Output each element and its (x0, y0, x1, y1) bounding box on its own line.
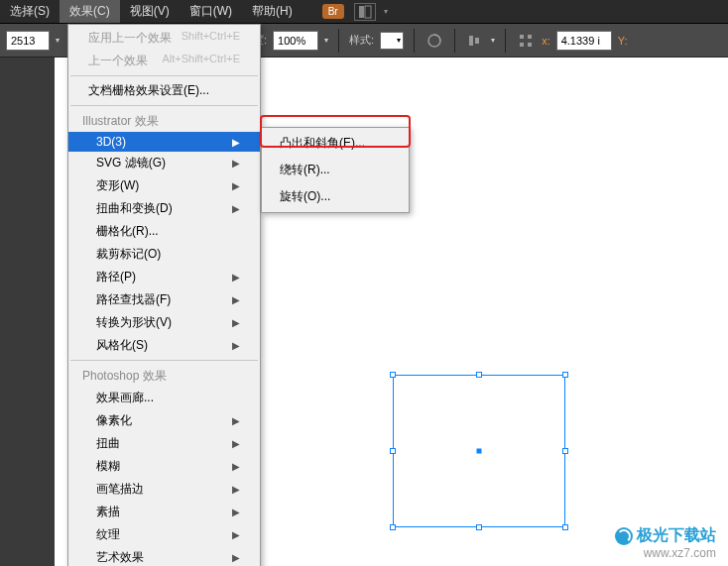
layout-icon (358, 5, 372, 19)
chevron-right-icon: ▶ (232, 484, 240, 495)
resize-handle[interactable] (476, 372, 482, 378)
menu-brush-strokes[interactable]: 画笔描边▶ (68, 478, 260, 501)
menu-sketch[interactable]: 素描▶ (68, 501, 260, 523)
menu-window[interactable]: 窗口(W) (180, 0, 242, 23)
menu-group-illustrator: Illustrator 效果 (68, 109, 260, 132)
menu-blur[interactable]: 模糊▶ (68, 455, 260, 478)
menu-last-effect: 上一个效果 Alt+Shift+Ctrl+E (68, 50, 260, 72)
submenu-extrude-bevel[interactable]: 凸出和斜角(E)... (262, 130, 409, 157)
menu-separator (70, 105, 258, 106)
chevron-right-icon: ▶ (232, 317, 240, 328)
watermark-url: www.xz7.com (615, 546, 716, 560)
menu-texture[interactable]: 纹理▶ (68, 523, 260, 546)
chevron-right-icon: ▶ (232, 552, 240, 563)
menu-view[interactable]: 视图(V) (120, 0, 180, 23)
chevron-right-icon: ▶ (232, 461, 240, 472)
submenu-rotate[interactable]: 旋转(O)... (262, 183, 409, 210)
menu-stylize-ai[interactable]: 风格化(S)▶ (68, 334, 260, 357)
svg-rect-8 (528, 43, 532, 47)
menu-effect-gallery[interactable]: 效果画廊... (68, 387, 260, 409)
svg-rect-3 (469, 36, 473, 46)
center-point[interactable] (477, 449, 482, 454)
menu-crop-marks[interactable]: 裁剪标记(O) (68, 243, 260, 266)
chevron-right-icon: ▶ (232, 415, 240, 426)
chevron-right-icon: ▶ (232, 158, 240, 169)
menu-svg-filters[interactable]: SVG 滤镜(G)▶ (68, 152, 260, 174)
menu-path[interactable]: 路径(P)▶ (68, 266, 260, 288)
resize-handle[interactable] (476, 524, 482, 530)
resize-handle[interactable] (562, 524, 568, 530)
opacity-field[interactable] (273, 31, 318, 51)
effects-dropdown: 应用上一个效果 Shift+Ctrl+E 上一个效果 Alt+Shift+Ctr… (67, 24, 261, 566)
svg-rect-6 (528, 35, 532, 39)
menu-rasterize[interactable]: 栅格化(R)... (68, 220, 260, 243)
menu-select[interactable]: 选择(S) (0, 0, 60, 23)
menu-distort-transform[interactable]: 扭曲和变换(D)▶ (68, 197, 260, 220)
menu-convert-to-shape[interactable]: 转换为形状(V)▶ (68, 311, 260, 334)
resize-handle[interactable] (562, 372, 568, 378)
resize-handle[interactable] (390, 372, 396, 378)
chevron-right-icon: ▶ (232, 203, 240, 214)
watermark: 极光下载站 www.xz7.com (615, 525, 716, 560)
menu-pixelate[interactable]: 像素化▶ (68, 409, 260, 432)
left-dock (0, 57, 55, 566)
svg-rect-0 (359, 6, 364, 18)
chevron-right-icon: ▶ (232, 438, 240, 449)
svg-rect-5 (520, 35, 524, 39)
menu-separator (70, 75, 258, 76)
numeric-field[interactable] (6, 31, 50, 51)
menu-warp[interactable]: 变形(W)▶ (68, 174, 260, 197)
chevron-right-icon: ▶ (232, 272, 240, 283)
svg-rect-4 (475, 38, 479, 44)
menu-group-photoshop: Photoshop 效果 (68, 364, 260, 387)
resize-handle[interactable] (562, 448, 568, 454)
x-coord-field[interactable] (556, 31, 612, 51)
chevron-right-icon: ▶ (232, 180, 240, 191)
selection-bounding-box[interactable] (393, 375, 565, 527)
chevron-down-icon[interactable]: ▾ (491, 36, 495, 45)
resize-handle[interactable] (390, 524, 396, 530)
y-coord-label: Y: (618, 35, 628, 47)
menu-pathfinder[interactable]: 路径查找器(F)▶ (68, 288, 260, 311)
resize-handle[interactable] (390, 448, 396, 454)
watermark-brand-text: 极光下载站 (637, 525, 716, 546)
submenu-revolve[interactable]: 绕转(R)... (262, 157, 409, 183)
menu-apply-last-effect: 应用上一个效果 Shift+Ctrl+E (68, 27, 260, 50)
chevron-down-icon: ▾ (384, 7, 388, 16)
stepper-icon[interactable]: ▾ (324, 36, 328, 45)
menu-help[interactable]: 帮助(H) (242, 0, 303, 23)
menu-artistic[interactable]: 艺术效果▶ (68, 546, 260, 566)
menu-separator (70, 360, 258, 361)
watermark-logo-icon (615, 527, 633, 545)
bridge-badge[interactable]: Br (322, 4, 344, 19)
recolor-icon[interactable] (425, 31, 444, 51)
style-swatch[interactable] (380, 32, 404, 50)
chevron-right-icon: ▶ (232, 340, 240, 351)
workspace-switcher[interactable] (354, 3, 376, 21)
chevron-right-icon: ▶ (232, 507, 240, 517)
x-coord-label: x: (542, 35, 550, 47)
transform-icon[interactable] (516, 31, 536, 51)
svg-rect-7 (520, 43, 524, 47)
svg-rect-1 (365, 6, 371, 18)
menu-3d[interactable]: 3D(3)▶ (68, 132, 260, 152)
menubar: 选择(S) 效果(C) 视图(V) 窗口(W) 帮助(H) Br ▾ (0, 0, 728, 24)
menu-distort-ps[interactable]: 扭曲▶ (68, 432, 260, 455)
align-icon[interactable] (465, 31, 485, 51)
chevron-right-icon: ▶ (232, 294, 240, 305)
menu-document-raster-settings[interactable]: 文档栅格效果设置(E)... (68, 79, 260, 102)
style-label: 样式: (349, 33, 374, 48)
stepper-icon[interactable]: ▾ (56, 36, 60, 45)
menu-effects[interactable]: 效果(C) (60, 0, 120, 23)
chevron-right-icon: ▶ (232, 137, 240, 148)
submenu-3d: 凸出和斜角(E)... 绕转(R)... 旋转(O)... (261, 127, 410, 213)
chevron-right-icon: ▶ (232, 529, 240, 540)
